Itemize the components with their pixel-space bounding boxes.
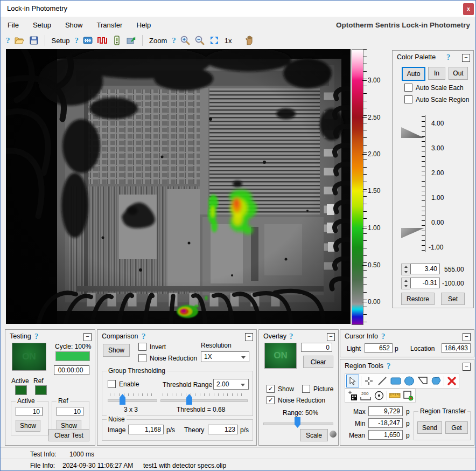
overlay-clear-button[interactable]: Clear [303, 356, 333, 368]
upper-value-spinner[interactable] [401, 264, 410, 275]
clear-test-button[interactable]: Clear Test [48, 429, 89, 441]
active-indicator [15, 385, 27, 395]
upper-value-field[interactable]: 3.40 [410, 264, 440, 274]
region-tools-help-icon[interactable]: ? [387, 362, 391, 371]
color-palette-panel: Color Palette ? − Auto In Out Auto Scale… [392, 50, 474, 308]
region-get-button[interactable]: Get [445, 421, 468, 434]
setup-help-icon[interactable]: ? [74, 36, 79, 45]
zoom-out-icon[interactable] [194, 35, 205, 46]
overlay-show-checkbox[interactable]: ✓ Show [267, 385, 294, 393]
cursor-info-panel: Cursor Info ? − Light 652 p Location 186… [340, 329, 474, 357]
measure-200-tool-icon[interactable]: 200 [360, 390, 372, 401]
center-point-tool-icon[interactable] [373, 390, 385, 401]
active-group-title: Active [16, 397, 37, 405]
comparison-help-icon[interactable]: ? [142, 332, 146, 341]
overlay-help-icon[interactable]: ? [289, 332, 293, 341]
testing-on-button[interactable]: ON [12, 343, 46, 371]
min-value-field: -18,247 [368, 418, 403, 428]
invert-checkbox[interactable]: Invert [138, 343, 166, 351]
palette-set-button[interactable]: Set [441, 293, 465, 305]
active-count-field[interactable]: 10 [16, 407, 43, 416]
region-tools-minimize[interactable]: − [463, 363, 471, 371]
palette-upper-limit-slider[interactable] [401, 127, 424, 138]
transfer-image-icon[interactable] [126, 35, 137, 46]
polygon-filled-tool-icon[interactable] [430, 375, 442, 387]
menu-transfer[interactable]: Transfer [89, 17, 129, 33]
menu-file[interactable]: File [1, 17, 26, 33]
overlay-minimize[interactable]: − [327, 333, 335, 341]
palette-out-button[interactable]: Out [449, 67, 468, 80]
palette-scale-axis [425, 115, 425, 252]
threshold-range-value: 2.00 [216, 380, 229, 388]
checkbox-box [404, 84, 412, 92]
crosshair-tool-icon[interactable] [363, 375, 375, 387]
overlay-noise-reduction-checkbox[interactable]: ✓ Noise Reduction [267, 396, 325, 404]
light-label: Light [347, 345, 361, 352]
palette-in-button[interactable]: In [428, 67, 445, 80]
line-tool-icon[interactable] [376, 375, 388, 387]
pointer-tool-icon[interactable] [346, 375, 359, 387]
menu-show[interactable]: Show [58, 17, 90, 33]
help-icon[interactable]: ? [6, 36, 10, 45]
palette-auto-button[interactable]: Auto [402, 67, 425, 81]
anchor-region-tool-icon[interactable] [402, 390, 414, 401]
rectangle-tool-icon[interactable] [390, 375, 402, 387]
ellipse-tool-icon[interactable] [403, 375, 415, 387]
comparison-noise-reduction-checkbox[interactable]: Noise Reduction [138, 354, 197, 362]
ref-count-field[interactable]: 10 [57, 407, 83, 416]
palette-scale-label: 1.00 [431, 194, 444, 202]
overlay-on-button[interactable]: ON [264, 343, 297, 369]
cursor-info-help-icon[interactable]: ? [381, 332, 386, 341]
region-send-button[interactable]: Send [417, 421, 442, 434]
fit-to-window-icon[interactable] [209, 35, 220, 46]
battery-icon[interactable] [111, 35, 122, 46]
range-slider-thumb[interactable] [295, 417, 300, 428]
comparison-minimize[interactable]: − [245, 333, 253, 341]
threshold-range-dropdown[interactable]: 2.00 [213, 379, 249, 390]
color-palette-minimize[interactable]: − [462, 54, 470, 62]
checkbox-box [138, 354, 146, 362]
zoom-help-icon[interactable]: ? [172, 36, 176, 45]
enable-checkbox[interactable]: Enable [108, 380, 139, 388]
overlay-scale-button[interactable]: Scale [300, 429, 328, 441]
matrix-slider-track[interactable] [108, 399, 157, 402]
checkbox-box: ✓ [267, 385, 275, 393]
pan-hand-icon[interactable] [244, 35, 255, 46]
palette-lower-limit-slider[interactable] [401, 228, 424, 238]
testing-help-icon[interactable]: ? [34, 332, 39, 341]
ruler-tool-icon[interactable] [389, 390, 401, 401]
polygon-outline-tool-icon[interactable] [417, 375, 429, 387]
close-button[interactable]: x [463, 3, 474, 15]
detector-settings-icon[interactable] [82, 35, 93, 46]
sphere-icon[interactable] [330, 431, 337, 438]
cursor-info-minimize[interactable]: − [463, 333, 471, 341]
auto-scale-each-checkbox[interactable]: Auto Scale Each [404, 84, 464, 92]
tool-separator [444, 376, 444, 386]
test-info-value: 1000 ms [69, 451, 94, 458]
thermal-image-view[interactable] [6, 49, 351, 324]
testing-minimize[interactable]: − [83, 333, 92, 341]
group-thresholding-group: Group Thresholding Enable Threshold Rang… [102, 371, 253, 416]
file-info-date: 2024-09-30 11:06:27 AM [62, 462, 133, 469]
active-show-button[interactable]: Show [16, 420, 40, 432]
pixel-region-tool-icon[interactable] [346, 390, 358, 401]
auto-scale-region-checkbox[interactable]: Auto Scale Region [404, 95, 469, 103]
lower-value-spinner[interactable] [401, 278, 410, 289]
comparison-show-button[interactable]: Show [103, 344, 130, 357]
resolution-dropdown[interactable]: 1X [201, 351, 249, 362]
menu-help[interactable]: Help [129, 17, 158, 33]
overlay-picture-checkbox[interactable]: Picture [302, 385, 333, 393]
menu-setup[interactable]: Setup [26, 17, 58, 33]
save-icon[interactable] [29, 35, 39, 46]
palette-restore-button[interactable]: Restore [401, 293, 435, 305]
threshold-slider-track[interactable] [160, 399, 248, 402]
cycle-label: Cycle: 100% [55, 343, 91, 350]
open-file-icon[interactable] [14, 35, 25, 46]
color-palette-help-icon[interactable]: ? [446, 53, 451, 62]
zoom-in-icon[interactable] [180, 35, 191, 46]
mean-unit: p [406, 432, 410, 439]
lower-value-field[interactable]: -0.31 [410, 278, 440, 288]
waveform-icon[interactable] [97, 35, 108, 46]
delete-region-icon[interactable] [446, 375, 458, 387]
checkbox-box [138, 343, 146, 351]
